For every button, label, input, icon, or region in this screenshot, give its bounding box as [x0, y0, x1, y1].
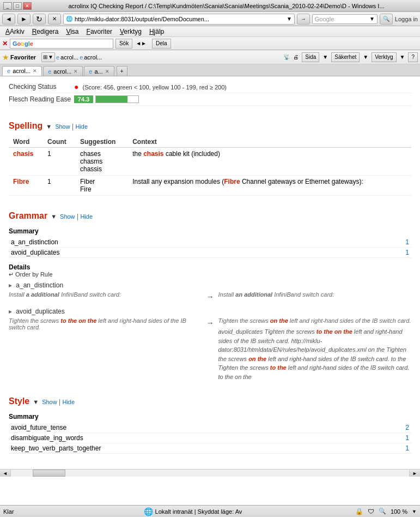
address-icon: 🌐	[66, 16, 72, 22]
style-count-3: 1	[389, 443, 411, 454]
search-placeholder: Google	[315, 16, 334, 22]
grammar-show-link[interactable]: Show	[60, 213, 75, 220]
star-icon[interactable]: ★	[2, 53, 9, 62]
grammar-hide-link[interactable]: Hide	[80, 213, 93, 220]
address-dropdown-icon[interactable]: ▼	[287, 16, 292, 22]
horizontal-scrollbar[interactable]: ◄ ►	[0, 469, 420, 477]
spelling-hide-link[interactable]: Hide	[75, 123, 88, 130]
style-show-hide: Show | Hide	[42, 398, 75, 406]
rule-original-1: Install a additional InfiniBand switch c…	[9, 291, 202, 298]
grammar-count-2: 1	[389, 248, 411, 258]
tab-2[interactable]: e acrol... ✕	[43, 66, 83, 76]
scroll-right-button[interactable]: ►	[409, 470, 420, 477]
style-show-link[interactable]: Show	[42, 399, 57, 405]
sok-button[interactable]: Sök	[115, 39, 132, 49]
flesch-value: 74.3	[74, 95, 93, 103]
style-rule-1: avoid_future_tense	[9, 423, 389, 433]
stop-button[interactable]: ✕	[48, 14, 61, 25]
style-hide-link[interactable]: Hide	[62, 399, 75, 405]
help-button[interactable]: ?	[408, 52, 418, 62]
tab-1[interactable]: e acrol... ✕	[2, 66, 42, 76]
new-tab-button[interactable]: +	[117, 66, 127, 76]
grammar-rule-2: avoid_duplicates	[9, 248, 389, 258]
print-icon[interactable]: 🖨	[293, 54, 299, 60]
minimize-button[interactable]: _	[3, 2, 12, 10]
style-rule-2: disambiguate_ing_words	[9, 433, 389, 443]
main-content-area[interactable]: Checking Status ● (Score: 456, green < 1…	[0, 76, 420, 469]
fav-item-2[interactable]: e acrol...	[80, 54, 102, 61]
navigation-bar: ◄ ► ↻ ✕ 🌐 http://miklu-dator:8031/output…	[0, 12, 420, 26]
fav-item-1[interactable]: e acrol...	[56, 54, 78, 61]
spelling-header-row: Word Count Suggestion Context	[9, 136, 411, 148]
menu-verktyg[interactable]: Verktyg	[117, 27, 145, 36]
style-summary-row-1: avoid_future_tense 2	[9, 423, 411, 433]
grammar-details-label: Details	[9, 263, 411, 271]
verktyg-button[interactable]: Verktyg	[372, 52, 396, 62]
spelling-table: Word Count Suggestion Context chasis 1 c…	[9, 136, 411, 196]
sida-button[interactable]: Sida	[302, 52, 319, 62]
checking-status-row: Checking Status ● (Score: 456, green < 1…	[9, 81, 411, 93]
spell-count-2: 1	[43, 176, 76, 196]
google-search-box[interactable]: G o o g l e	[10, 39, 113, 49]
google-search-input[interactable]	[34, 40, 111, 47]
logga-in-button[interactable]: Logga in	[395, 16, 418, 22]
tab-2-close[interactable]: ✕	[74, 69, 78, 74]
title-bar: _ □ ✕ acrolinx IQ Checking Report / C:\T…	[0, 0, 420, 12]
style-summary-label: Summary	[9, 413, 411, 420]
google-logo-e: e	[30, 40, 33, 47]
tab-3[interactable]: e a... ✕	[84, 66, 114, 76]
search-button[interactable]: 🔍	[380, 14, 393, 25]
scroll-left-button[interactable]: ◄	[0, 470, 11, 477]
spelling-show-link[interactable]: Show	[55, 123, 70, 130]
scroll-thumb[interactable]	[33, 470, 65, 477]
style-summary-row-3: keep_two_verb_parts_together 1	[9, 443, 411, 454]
spell-context-2: Install any expansion modules (Fibre Cha…	[128, 176, 411, 196]
close-button[interactable]: ✕	[23, 2, 32, 10]
tab-1-close[interactable]: ✕	[33, 68, 37, 74]
spell-highlight-1: chasis	[143, 150, 163, 158]
tab-2-icon: e	[48, 68, 51, 75]
rule-corrected-1: Install an additional InfiniBand switch …	[218, 291, 412, 298]
google-logo-o: o	[17, 40, 21, 47]
rule-content-1: Install a additional InfiniBand switch c…	[9, 291, 411, 301]
spelling-row-2: Fibre 1 Fiber Fire Install any expansion…	[9, 176, 411, 196]
spell-suggestion-2: Fiber Fire	[76, 176, 128, 196]
maximize-button[interactable]: □	[13, 2, 22, 10]
back-button[interactable]: ◄	[2, 14, 15, 25]
fav-icon-2: e	[80, 54, 83, 61]
forward-button[interactable]: ►	[17, 14, 31, 25]
menu-favoriter[interactable]: Favoriter	[83, 27, 115, 36]
rule-content-2: Tighten the screws to the on the left an…	[9, 317, 411, 381]
rule-arrow-2: →	[206, 317, 214, 327]
favorites-label[interactable]: Favoriter	[10, 54, 36, 61]
nav-arrows[interactable]: ◄►	[135, 40, 148, 46]
red-dot-icon: ●	[74, 82, 78, 91]
address-bar[interactable]: 🌐 http://miklu-dator:8031/output/en/Demo…	[63, 14, 295, 25]
style-arrow: ▼	[33, 399, 39, 405]
feed-icon[interactable]: 📡	[283, 54, 290, 60]
menu-hjalp[interactable]: Hjälp	[146, 27, 167, 36]
spell-highlight-2: Fibre	[224, 178, 240, 185]
toolbar-row: ★ Favoriter ⊞ ▼ e acrol... e acrol... 📡 …	[0, 50, 420, 64]
rule-block-1: ▸ a_an_distinction Install a additional …	[9, 281, 411, 301]
menu-arkiv[interactable]: AArkiv	[2, 27, 28, 36]
sakerhets-button[interactable]: Säkerhet	[331, 52, 360, 62]
search-dropdown-icon[interactable]: ▼	[369, 16, 375, 22]
order-icon: ↵	[9, 271, 15, 278]
refresh-button[interactable]: ↻	[33, 14, 46, 25]
tab-3-close[interactable]: ✕	[105, 69, 109, 74]
close-google-icon[interactable]: ✕	[2, 40, 8, 47]
order-label: Order by Rule	[15, 271, 52, 278]
spell-suggestion-1: chases chasms chassis	[76, 148, 128, 176]
menu-redigera[interactable]: Redigera	[29, 27, 62, 36]
menu-visa[interactable]: Visa	[63, 27, 82, 36]
flesch-label: Flesch Reading Ease	[9, 95, 74, 103]
search-box[interactable]: Google ▼	[312, 14, 378, 24]
view-button[interactable]: ⊞ ▼	[41, 52, 55, 62]
go-button[interactable]: →	[297, 14, 310, 25]
dela-button[interactable]: Dela	[152, 39, 171, 49]
spell-word-2: Fibre	[9, 176, 43, 196]
col-suggestion: Suggestion	[76, 136, 128, 148]
scroll-track[interactable]	[11, 470, 409, 477]
rule-block-2: ▸ avoid_duplicates Tighten the screws to…	[9, 308, 411, 381]
